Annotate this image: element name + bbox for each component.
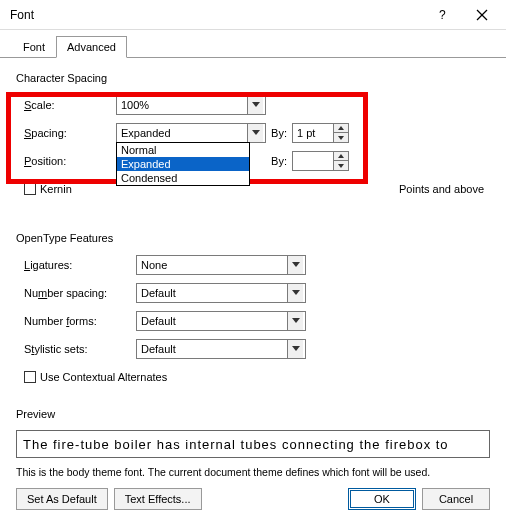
- svg-marker-5: [338, 126, 344, 130]
- ok-button[interactable]: OK: [348, 488, 416, 510]
- character-spacing-header: Character Spacing: [16, 72, 490, 84]
- preview-header: Preview: [16, 408, 490, 420]
- position-by-spinner[interactable]: [292, 151, 349, 171]
- number-forms-input[interactable]: [137, 312, 287, 330]
- tab-advanced[interactable]: Advanced: [56, 36, 127, 58]
- stylistic-sets-combo[interactable]: [136, 339, 306, 359]
- position-row: Position: By:: [16, 150, 490, 172]
- chevron-down-icon[interactable]: [287, 340, 303, 358]
- svg-text:?: ?: [439, 9, 446, 21]
- number-forms-label: Number forms:: [16, 315, 136, 327]
- spin-up-icon[interactable]: [334, 152, 348, 161]
- spacing-input[interactable]: [117, 124, 247, 142]
- svg-marker-6: [338, 136, 344, 140]
- tab-font[interactable]: Font: [12, 36, 56, 58]
- kerning-row: Kernin Points and above: [16, 178, 490, 200]
- title-bar: Font ?: [0, 0, 506, 30]
- number-forms-combo[interactable]: [136, 311, 306, 331]
- ligatures-label: Ligatures:: [16, 259, 136, 271]
- spacing-option-condensed[interactable]: Condensed: [117, 171, 249, 185]
- svg-marker-9: [292, 262, 300, 267]
- scale-row: Scale:: [16, 94, 490, 116]
- chevron-down-icon[interactable]: [287, 284, 303, 302]
- spacing-option-normal[interactable]: Normal: [117, 143, 249, 157]
- svg-marker-8: [338, 164, 344, 168]
- kerning-checkbox[interactable]: Kernin: [24, 183, 72, 195]
- spin-down-icon[interactable]: [334, 161, 348, 170]
- position-label: Position:: [16, 155, 116, 167]
- kerning-suffix: Points and above: [399, 183, 484, 195]
- tab-strip: Font Advanced: [0, 36, 506, 58]
- chevron-down-icon[interactable]: [287, 256, 303, 274]
- contextual-alternates-checkbox[interactable]: Use Contextual Alternates: [24, 371, 167, 383]
- ligatures-combo[interactable]: [136, 255, 306, 275]
- spin-up-icon[interactable]: [334, 124, 348, 133]
- spacing-by-spinner[interactable]: [292, 123, 349, 143]
- spacing-combo[interactable]: [116, 123, 266, 143]
- contextual-alternates-label: Use Contextual Alternates: [40, 371, 167, 383]
- svg-marker-3: [252, 102, 260, 107]
- spacing-dropdown-list[interactable]: Normal Expanded Condensed: [116, 142, 250, 186]
- preview-box: The fire-tube boiler has internal tubes …: [16, 430, 490, 458]
- chevron-down-icon[interactable]: [247, 96, 263, 114]
- close-button[interactable]: [462, 1, 502, 29]
- checkbox-icon: [24, 183, 36, 195]
- svg-marker-7: [338, 154, 344, 158]
- preview-text: The fire-tube boiler has internal tubes …: [23, 437, 449, 452]
- spacing-by-label: By:: [266, 127, 292, 139]
- svg-marker-11: [292, 318, 300, 323]
- svg-marker-10: [292, 290, 300, 295]
- svg-marker-4: [252, 130, 260, 135]
- spacing-option-expanded[interactable]: Expanded: [117, 157, 249, 171]
- spacing-by-input[interactable]: [293, 124, 333, 142]
- preview-hint: This is the body theme font. The current…: [16, 466, 490, 478]
- scale-label: Scale:: [16, 99, 116, 111]
- spacing-label: Spacing:: [16, 127, 116, 139]
- opentype-header: OpenType Features: [16, 232, 490, 244]
- window-title: Font: [10, 8, 422, 22]
- text-effects-button[interactable]: Text Effects...: [114, 488, 202, 510]
- spacing-row: Spacing: By: Normal Expanded Condensed: [16, 122, 490, 144]
- ligatures-input[interactable]: [137, 256, 287, 274]
- kerning-label: Kernin: [40, 183, 72, 195]
- number-spacing-input[interactable]: [137, 284, 287, 302]
- cancel-button[interactable]: Cancel: [422, 488, 490, 510]
- position-by-input[interactable]: [293, 152, 333, 170]
- svg-marker-12: [292, 346, 300, 351]
- set-as-default-button[interactable]: Set As Default: [16, 488, 108, 510]
- stylistic-sets-label: Stylistic sets:: [16, 343, 136, 355]
- scale-input[interactable]: [117, 96, 247, 114]
- stylistic-sets-input[interactable]: [137, 340, 287, 358]
- help-button[interactable]: ?: [422, 1, 462, 29]
- spin-down-icon[interactable]: [334, 133, 348, 142]
- scale-combo[interactable]: [116, 95, 266, 115]
- number-spacing-label: Number spacing:: [16, 287, 136, 299]
- dialog-footer: Set As Default Text Effects... OK Cancel: [0, 488, 506, 510]
- chevron-down-icon[interactable]: [287, 312, 303, 330]
- chevron-down-icon[interactable]: [247, 124, 263, 142]
- checkbox-icon: [24, 371, 36, 383]
- position-by-label: By:: [266, 155, 292, 167]
- number-spacing-combo[interactable]: [136, 283, 306, 303]
